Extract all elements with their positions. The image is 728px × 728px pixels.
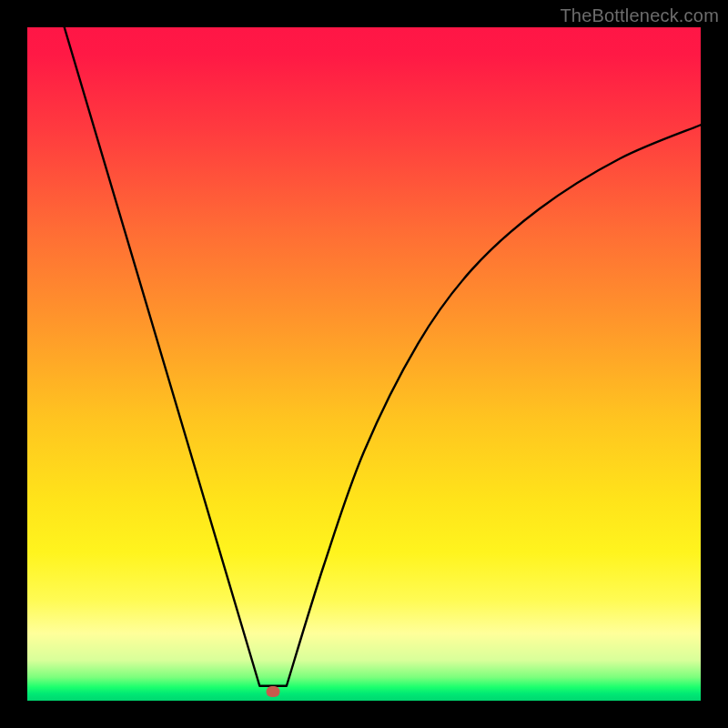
curve-path [65,27,701,686]
attribution-text: TheBottleneck.com [560,5,719,26]
chart-viewport: TheBottleneck.com [0,0,728,728]
optimum-marker [267,686,280,697]
plot-area [27,27,701,701]
bottleneck-curve [27,27,701,701]
